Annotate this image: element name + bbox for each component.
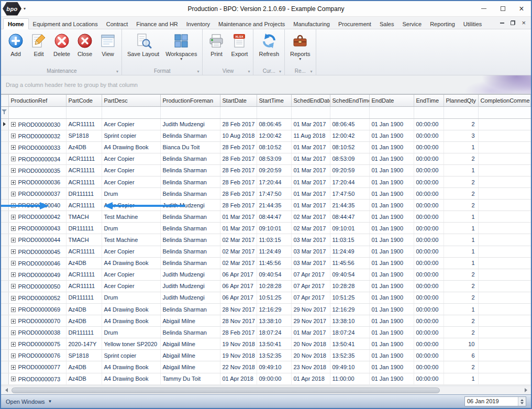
table-row[interactable]: PROD00000076SP1818Sprint copierAbigail M… — [1, 350, 530, 361]
cell-foreman[interactable]: Belinda Sharman — [160, 223, 220, 234]
close-button[interactable]: × — [512, 1, 531, 16]
filter-cell-plannedqty[interactable] — [444, 106, 478, 118]
mdi-close-button[interactable]: × — [522, 19, 526, 26]
cell-schedEndTime[interactable]: 11:24:49 — [330, 246, 369, 257]
table-row[interactable]: PROD00000042TMACHTest MachineBelinda Sha… — [1, 211, 530, 223]
cell-partDesc[interactable]: Drum — [102, 188, 160, 200]
cell-startDate[interactable]: 19 Nov 2018 — [220, 350, 257, 361]
expand-icon[interactable] — [11, 272, 16, 277]
export-button[interactable]: XLSXExport — [228, 31, 250, 58]
cell-schedEndDate[interactable]: 02 Mar 2017 — [291, 211, 330, 223]
filter-cell-starttime[interactable] — [257, 106, 291, 118]
cell-foreman[interactable]: Belinda Sharman — [160, 246, 220, 257]
table-row[interactable]: PROD00000036ACR11111Acer CopierBelinda S… — [1, 176, 530, 187]
cell-schedEndTime[interactable]: 12:00:42 — [330, 130, 369, 141]
cell-plannedQty[interactable]: 2 — [444, 118, 478, 130]
cell-plannedQty[interactable]: 1 — [444, 141, 478, 153]
cell-partCode[interactable]: ACR11111 — [66, 176, 102, 187]
cell-ref[interactable]: PROD00000035 — [8, 164, 66, 176]
cell-endDate[interactable]: 01 Jan 1900 — [369, 280, 414, 292]
cell-completionComment[interactable] — [478, 153, 530, 164]
cell-partDesc[interactable]: Drum — [102, 327, 160, 338]
cell-partDesc[interactable]: Sprint copier — [102, 350, 160, 361]
cell-ref[interactable]: PROD00000042 — [8, 211, 66, 223]
cell-schedEndDate[interactable]: 01 Apr 2018 — [291, 373, 330, 384]
cell-ref[interactable]: PROD00000040 — [8, 200, 66, 211]
cell-schedEndTime[interactable]: 11:45:56 — [330, 257, 369, 269]
cell-partCode[interactable]: TMACH — [66, 211, 102, 223]
table-row[interactable]: PROD00000069Az4DBA4 Drawing BookBelinda … — [1, 304, 530, 315]
cell-schedEndDate[interactable]: 20 Nov 2018 — [291, 338, 330, 350]
tab-sales[interactable]: Sales — [375, 19, 398, 29]
expand-icon[interactable] — [11, 330, 16, 335]
cell-endTime[interactable]: 00:00:00 — [414, 304, 444, 315]
tab-inventory[interactable]: Inventory — [182, 19, 214, 29]
cell-endTime[interactable]: 00:00:00 — [414, 223, 444, 234]
cell-startDate[interactable]: 28 Feb 2017 — [220, 153, 257, 164]
cell-endDate[interactable]: 01 Jan 1900 — [369, 304, 414, 315]
cell-partCode[interactable]: Az4DB — [66, 373, 102, 384]
cell-foreman[interactable]: Belinda Sharman — [160, 188, 220, 200]
cell-ref[interactable]: PROD00000038 — [8, 327, 66, 338]
cell-partCode[interactable]: ACR11111 — [66, 200, 102, 211]
cell-partDesc[interactable]: Acer Copier — [102, 176, 160, 187]
refresh-button[interactable]: Refresh — [256, 31, 282, 58]
tab-service[interactable]: Service — [398, 19, 426, 29]
cell-schedEndTime[interactable]: 12:16:29 — [330, 304, 369, 315]
cell-plannedQty[interactable]: 2 — [444, 269, 478, 280]
cell-foreman[interactable]: Abigail Milne — [160, 338, 220, 350]
cell-startDate[interactable]: 28 Feb 2017 — [220, 118, 257, 130]
cell-endDate[interactable]: 01 Jan 1900 — [369, 373, 414, 384]
cell-completionComment[interactable] — [478, 373, 530, 384]
cell-partCode[interactable]: ACR11111 — [66, 164, 102, 176]
cell-ref[interactable]: PROD00000073 — [8, 373, 66, 384]
column-header-schedendtime[interactable]: SchedEndTime — [330, 95, 369, 106]
cell-schedEndTime[interactable]: 21:44:35 — [330, 200, 369, 211]
cell-schedEndDate[interactable]: 01 Mar 2017 — [291, 153, 330, 164]
cell-plannedQty[interactable]: 2 — [444, 200, 478, 211]
print-button[interactable]: Print — [205, 31, 227, 58]
cell-schedEndDate[interactable]: 03 Mar 2017 — [291, 257, 330, 269]
cell-partDesc[interactable]: Acer Copier — [102, 246, 160, 257]
table-row[interactable]: PROD00000040ACR11111Acer CopierJudith Mu… — [1, 200, 530, 211]
cell-foreman[interactable]: Belinda Sharman — [160, 327, 220, 338]
cell-schedEndDate[interactable]: 03 Mar 2017 — [291, 234, 330, 246]
cell-schedEndTime[interactable]: 13:38:10 — [330, 315, 369, 327]
cell-schedEndTime[interactable]: 09:40:54 — [330, 269, 369, 280]
cell-completionComment[interactable] — [478, 280, 530, 292]
table-row[interactable]: PROD00000030ACR11111Acer CopierJudith Mu… — [1, 118, 530, 130]
cell-endDate[interactable]: 01 Jan 1900 — [369, 164, 414, 176]
expand-icon[interactable] — [11, 168, 16, 173]
cell-schedEndDate[interactable]: 01 Mar 2017 — [291, 164, 330, 176]
tab-contract[interactable]: Contract — [102, 19, 132, 29]
table-row[interactable]: PROD00000049ACR11111Acer CopierJudith Mu… — [1, 269, 530, 280]
cell-partCode[interactable]: ACR11111 — [66, 269, 102, 280]
cell-startTime[interactable]: 11:45:56 — [257, 257, 291, 269]
save-layout-button[interactable]: Save Layout — [125, 31, 162, 58]
cell-endTime[interactable]: 00:00:00 — [414, 269, 444, 280]
cell-partCode[interactable]: Az4DB — [66, 361, 102, 373]
cell-completionComment[interactable] — [478, 246, 530, 257]
cell-endDate[interactable]: 01 Jan 1900 — [369, 234, 414, 246]
cell-plannedQty[interactable]: 2 — [444, 361, 478, 373]
cell-startTime[interactable]: 17:20:44 — [257, 176, 291, 187]
table-row[interactable]: PROD00000035ACR11111Acer CopierBelinda S… — [1, 164, 530, 176]
table-row[interactable]: PROD00000046Az4DBA4 Drawing BookBelinda … — [1, 257, 530, 269]
table-row[interactable]: PROD00000043DR111111DrumBelinda Sharman0… — [1, 223, 530, 234]
cell-partDesc[interactable]: Test Machine — [102, 234, 160, 246]
cell-partCode[interactable]: DR111111 — [66, 223, 102, 234]
cell-endTime[interactable]: 00:00:00 — [414, 361, 444, 373]
cell-schedEndTime[interactable]: 10:51:25 — [330, 292, 369, 303]
cell-endTime[interactable]: 00:00:00 — [414, 130, 444, 141]
cell-schedEndTime[interactable]: 11:00:00 — [330, 373, 369, 384]
cell-plannedQty[interactable]: 2 — [444, 153, 478, 164]
cell-partDesc[interactable]: Test Machine — [102, 211, 160, 223]
cell-foreman[interactable]: Tammy Du Toit — [160, 373, 220, 384]
cell-foreman[interactable]: Bianca Du Toit — [160, 141, 220, 153]
expand-icon[interactable] — [11, 226, 16, 231]
cell-plannedQty[interactable]: 1 — [444, 164, 478, 176]
cell-endDate[interactable]: 01 Jan 1900 — [369, 269, 414, 280]
cell-plannedQty[interactable]: 2 — [444, 292, 478, 303]
table-row[interactable]: PROD00000045ACR11111Acer CopierBelinda S… — [1, 246, 530, 257]
cell-startDate[interactable]: 06 Apr 2017 — [220, 292, 257, 303]
